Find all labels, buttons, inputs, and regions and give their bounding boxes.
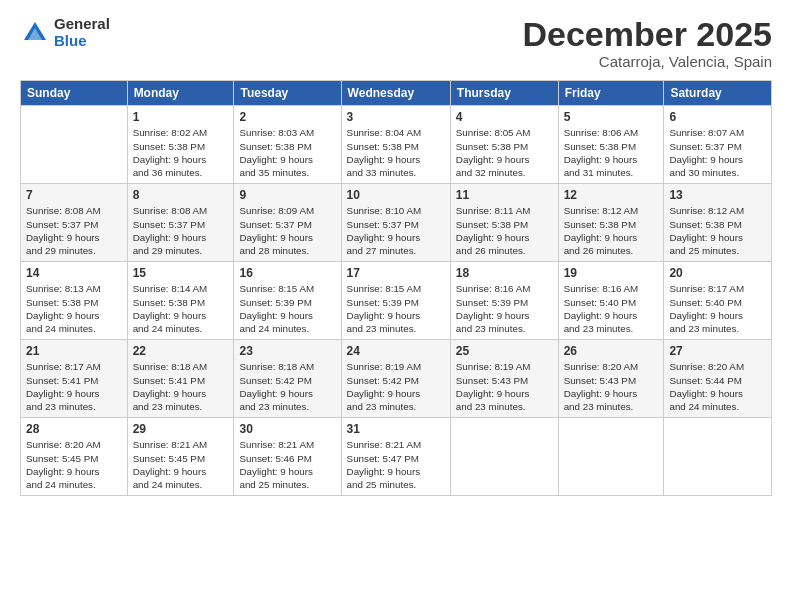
title-block: December 2025 Catarroja, Valencia, Spain [522,16,772,70]
day-number: 12 [564,188,659,202]
day-number: 20 [669,266,766,280]
day-number: 16 [239,266,335,280]
day-info: Sunrise: 8:19 AM Sunset: 5:43 PM Dayligh… [456,360,553,413]
day-number: 8 [133,188,229,202]
day-info: Sunrise: 8:17 AM Sunset: 5:40 PM Dayligh… [669,282,766,335]
day-info: Sunrise: 8:21 AM Sunset: 5:47 PM Dayligh… [347,438,445,491]
weekday-header-wednesday: Wednesday [341,81,450,106]
day-info: Sunrise: 8:06 AM Sunset: 5:38 PM Dayligh… [564,126,659,179]
calendar-day-6: 6Sunrise: 8:07 AM Sunset: 5:37 PM Daylig… [664,106,772,184]
day-info: Sunrise: 8:21 AM Sunset: 5:45 PM Dayligh… [133,438,229,491]
logo-icon [20,18,50,48]
day-number: 14 [26,266,122,280]
day-number: 22 [133,344,229,358]
day-info: Sunrise: 8:07 AM Sunset: 5:37 PM Dayligh… [669,126,766,179]
day-info: Sunrise: 8:04 AM Sunset: 5:38 PM Dayligh… [347,126,445,179]
calendar-week-row: 14Sunrise: 8:13 AM Sunset: 5:38 PM Dayli… [21,262,772,340]
calendar-day-22: 22Sunrise: 8:18 AM Sunset: 5:41 PM Dayli… [127,340,234,418]
day-info: Sunrise: 8:18 AM Sunset: 5:41 PM Dayligh… [133,360,229,413]
calendar-table: SundayMondayTuesdayWednesdayThursdayFrid… [20,80,772,496]
day-number: 18 [456,266,553,280]
day-info: Sunrise: 8:18 AM Sunset: 5:42 PM Dayligh… [239,360,335,413]
calendar-day-13: 13Sunrise: 8:12 AM Sunset: 5:38 PM Dayli… [664,184,772,262]
day-number: 19 [564,266,659,280]
calendar-day-11: 11Sunrise: 8:11 AM Sunset: 5:38 PM Dayli… [450,184,558,262]
calendar-day-28: 28Sunrise: 8:20 AM Sunset: 5:45 PM Dayli… [21,418,128,496]
day-number: 9 [239,188,335,202]
day-info: Sunrise: 8:12 AM Sunset: 5:38 PM Dayligh… [669,204,766,257]
day-info: Sunrise: 8:20 AM Sunset: 5:44 PM Dayligh… [669,360,766,413]
calendar-day-10: 10Sunrise: 8:10 AM Sunset: 5:37 PM Dayli… [341,184,450,262]
day-number: 28 [26,422,122,436]
day-number: 5 [564,110,659,124]
day-number: 27 [669,344,766,358]
day-info: Sunrise: 8:20 AM Sunset: 5:45 PM Dayligh… [26,438,122,491]
day-number: 6 [669,110,766,124]
day-number: 4 [456,110,553,124]
day-number: 1 [133,110,229,124]
calendar-day-4: 4Sunrise: 8:05 AM Sunset: 5:38 PM Daylig… [450,106,558,184]
weekday-header-row: SundayMondayTuesdayWednesdayThursdayFrid… [21,81,772,106]
location: Catarroja, Valencia, Spain [522,53,772,70]
calendar-day-5: 5Sunrise: 8:06 AM Sunset: 5:38 PM Daylig… [558,106,664,184]
weekday-header-tuesday: Tuesday [234,81,341,106]
calendar-day-18: 18Sunrise: 8:16 AM Sunset: 5:39 PM Dayli… [450,262,558,340]
day-info: Sunrise: 8:05 AM Sunset: 5:38 PM Dayligh… [456,126,553,179]
weekday-header-friday: Friday [558,81,664,106]
calendar-day-19: 19Sunrise: 8:16 AM Sunset: 5:40 PM Dayli… [558,262,664,340]
calendar-day-8: 8Sunrise: 8:08 AM Sunset: 5:37 PM Daylig… [127,184,234,262]
calendar-empty-cell [21,106,128,184]
day-number: 10 [347,188,445,202]
day-number: 30 [239,422,335,436]
calendar-day-12: 12Sunrise: 8:12 AM Sunset: 5:38 PM Dayli… [558,184,664,262]
day-number: 21 [26,344,122,358]
weekday-header-monday: Monday [127,81,234,106]
header: General Blue December 2025 Catarroja, Va… [20,16,772,70]
day-number: 29 [133,422,229,436]
day-number: 15 [133,266,229,280]
month-title: December 2025 [522,16,772,53]
day-info: Sunrise: 8:08 AM Sunset: 5:37 PM Dayligh… [26,204,122,257]
calendar-day-24: 24Sunrise: 8:19 AM Sunset: 5:42 PM Dayli… [341,340,450,418]
calendar-day-17: 17Sunrise: 8:15 AM Sunset: 5:39 PM Dayli… [341,262,450,340]
day-info: Sunrise: 8:02 AM Sunset: 5:38 PM Dayligh… [133,126,229,179]
calendar-empty-cell [558,418,664,496]
calendar-empty-cell [664,418,772,496]
logo: General Blue [20,16,110,49]
calendar-day-1: 1Sunrise: 8:02 AM Sunset: 5:38 PM Daylig… [127,106,234,184]
day-info: Sunrise: 8:09 AM Sunset: 5:37 PM Dayligh… [239,204,335,257]
calendar-day-26: 26Sunrise: 8:20 AM Sunset: 5:43 PM Dayli… [558,340,664,418]
day-number: 7 [26,188,122,202]
weekday-header-saturday: Saturday [664,81,772,106]
day-info: Sunrise: 8:15 AM Sunset: 5:39 PM Dayligh… [239,282,335,335]
logo-general: General [54,16,110,33]
day-number: 3 [347,110,445,124]
calendar-week-row: 28Sunrise: 8:20 AM Sunset: 5:45 PM Dayli… [21,418,772,496]
calendar-day-3: 3Sunrise: 8:04 AM Sunset: 5:38 PM Daylig… [341,106,450,184]
day-info: Sunrise: 8:19 AM Sunset: 5:42 PM Dayligh… [347,360,445,413]
calendar-day-30: 30Sunrise: 8:21 AM Sunset: 5:46 PM Dayli… [234,418,341,496]
day-info: Sunrise: 8:11 AM Sunset: 5:38 PM Dayligh… [456,204,553,257]
calendar-day-2: 2Sunrise: 8:03 AM Sunset: 5:38 PM Daylig… [234,106,341,184]
weekday-header-sunday: Sunday [21,81,128,106]
calendar-day-9: 9Sunrise: 8:09 AM Sunset: 5:37 PM Daylig… [234,184,341,262]
day-info: Sunrise: 8:13 AM Sunset: 5:38 PM Dayligh… [26,282,122,335]
calendar-day-15: 15Sunrise: 8:14 AM Sunset: 5:38 PM Dayli… [127,262,234,340]
day-info: Sunrise: 8:15 AM Sunset: 5:39 PM Dayligh… [347,282,445,335]
calendar-day-29: 29Sunrise: 8:21 AM Sunset: 5:45 PM Dayli… [127,418,234,496]
day-info: Sunrise: 8:03 AM Sunset: 5:38 PM Dayligh… [239,126,335,179]
day-number: 26 [564,344,659,358]
calendar-day-25: 25Sunrise: 8:19 AM Sunset: 5:43 PM Dayli… [450,340,558,418]
day-info: Sunrise: 8:20 AM Sunset: 5:43 PM Dayligh… [564,360,659,413]
day-info: Sunrise: 8:08 AM Sunset: 5:37 PM Dayligh… [133,204,229,257]
calendar-day-31: 31Sunrise: 8:21 AM Sunset: 5:47 PM Dayli… [341,418,450,496]
day-number: 13 [669,188,766,202]
day-info: Sunrise: 8:10 AM Sunset: 5:37 PM Dayligh… [347,204,445,257]
day-number: 24 [347,344,445,358]
calendar-day-7: 7Sunrise: 8:08 AM Sunset: 5:37 PM Daylig… [21,184,128,262]
calendar-week-row: 21Sunrise: 8:17 AM Sunset: 5:41 PM Dayli… [21,340,772,418]
weekday-header-thursday: Thursday [450,81,558,106]
calendar-week-row: 1Sunrise: 8:02 AM Sunset: 5:38 PM Daylig… [21,106,772,184]
day-number: 11 [456,188,553,202]
day-number: 17 [347,266,445,280]
